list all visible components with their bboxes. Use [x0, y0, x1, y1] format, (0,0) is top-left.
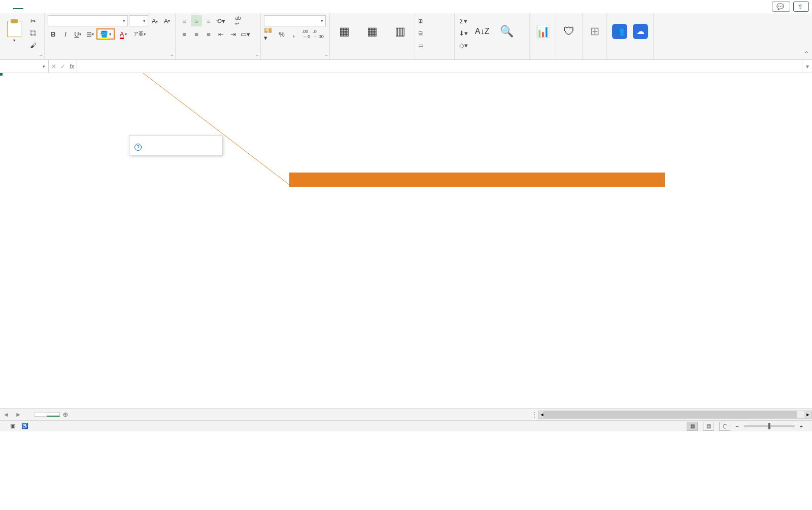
underline-button[interactable]: U▾ — [72, 28, 83, 40]
cut-button[interactable]: ✂ — [27, 15, 39, 26]
fill-icon: 🪣 — [100, 30, 108, 38]
align-left-button[interactable]: ≡ — [179, 28, 190, 40]
decrease-font-button[interactable]: A▾ — [161, 15, 173, 26]
number-format-combo[interactable]: ▾ — [264, 15, 326, 26]
formula-input[interactable] — [77, 60, 802, 73]
worksheet-grid[interactable]: ? — [0, 73, 812, 408]
decrease-indent-button[interactable]: ⇤ — [215, 28, 226, 40]
format-painter-button[interactable]: 🖌 — [27, 40, 39, 51]
percent-button[interactable]: % — [276, 28, 287, 40]
font-color-button[interactable]: A▾ — [116, 28, 131, 40]
scroll-right-button[interactable]: ► — [804, 411, 811, 418]
increase-decimal-button[interactable]: .00→.0 — [300, 28, 312, 40]
enter-formula-button[interactable]: ✓ — [60, 63, 65, 70]
box-share-button[interactable]: 👥 — [610, 15, 629, 49]
find-select-button[interactable]: 🔍 — [495, 15, 518, 49]
fill-button[interactable]: ⬇▾ — [458, 27, 469, 39]
align-center-button[interactable]: ≡ — [191, 28, 202, 40]
decrease-decimal-button[interactable]: .0→.00 — [313, 28, 324, 40]
comma-button[interactable]: , — [288, 28, 299, 40]
increase-indent-button[interactable]: ⇥ — [227, 28, 239, 40]
group-analysis-label — [533, 57, 553, 58]
orientation-button[interactable]: ⟲▾ — [215, 15, 226, 26]
tooltip-more-info-link[interactable]: ? — [134, 144, 217, 151]
fill-color-button[interactable]: 🪣▾ — [96, 28, 115, 40]
format-icon: ▭ — [418, 42, 423, 49]
font-size-combo[interactable]: ▾ — [129, 15, 148, 26]
tab-nav-prev[interactable]: ◄ — [0, 411, 12, 418]
sort-icon: A↓Z — [474, 23, 490, 40]
normal-view-button[interactable]: ▦ — [687, 422, 698, 431]
conditional-format-button[interactable]: ▦ — [333, 15, 355, 49]
expand-formula-bar-button[interactable]: ▾ — [802, 60, 812, 73]
format-cells-button[interactable]: ▭ — [418, 40, 424, 51]
zoom-out-button[interactable]: − — [735, 423, 738, 429]
sheet-tab-2[interactable] — [47, 412, 60, 417]
share-icon: ⇪ — [798, 3, 803, 10]
autosum-button[interactable]: Σ▾ — [458, 15, 469, 26]
group-font-label — [48, 57, 172, 58]
share-button[interactable]: ⇪ — [793, 2, 809, 12]
bold-button[interactable]: B — [48, 28, 59, 40]
cell-styles-button[interactable]: ▥ — [389, 15, 411, 49]
menu-data[interactable] — [54, 5, 64, 9]
sort-filter-button[interactable]: A↓Z — [471, 15, 493, 49]
align-right-button[interactable]: ≡ — [203, 28, 214, 40]
scroll-thumb[interactable] — [544, 411, 797, 418]
selection-rectangle — [0, 73, 2, 75]
group-cells-label — [418, 57, 451, 58]
format-as-table-button[interactable]: ▦ — [357, 15, 387, 49]
delete-cells-button[interactable]: ⊟ — [418, 27, 424, 39]
merge-button[interactable]: ▭▾ — [240, 28, 251, 40]
align-bottom-button[interactable]: ≡ — [203, 15, 214, 26]
border-button[interactable]: ⊞▾ — [84, 28, 95, 40]
font-name-combo[interactable]: ▾ — [48, 15, 128, 26]
menu-formulas[interactable] — [44, 5, 54, 9]
fx-button[interactable]: fx — [70, 63, 74, 70]
menu-bar: 💬 ⇪ — [0, 0, 812, 13]
collapse-ribbon-button[interactable]: ⌃ — [804, 50, 809, 57]
group-number-label — [264, 57, 326, 58]
page-break-view-button[interactable]: ▢ — [719, 422, 730, 431]
sheet-tab-1[interactable] — [34, 413, 47, 417]
analyze-data-button[interactable]: 📊 — [533, 15, 552, 49]
insert-cells-button[interactable]: ⊞ — [418, 15, 424, 26]
comments-button[interactable]: 💬 — [772, 2, 790, 12]
search-icon: 🔍 — [498, 23, 515, 40]
menu-insert[interactable] — [23, 5, 33, 9]
menu-justpdf[interactable] — [105, 5, 115, 9]
macro-record-icon[interactable]: ▣ — [10, 423, 15, 429]
addins-button[interactable]: ⊞ — [586, 15, 603, 49]
new-sheet-button[interactable]: ⊕ — [60, 411, 71, 418]
page-layout-view-button[interactable]: ▤ — [703, 422, 714, 431]
accessibility-status[interactable]: ♿ — [21, 423, 28, 429]
zoom-slider[interactable] — [744, 425, 795, 427]
menu-help[interactable] — [94, 5, 105, 9]
menu-home[interactable] — [13, 4, 23, 9]
menu-page-layout[interactable] — [33, 5, 44, 9]
insert-icon: ⊞ — [418, 18, 423, 24]
horizontal-scrollbar[interactable]: ◄ ► — [538, 411, 812, 419]
paste-button[interactable]: ▾ — [3, 15, 25, 49]
menu-file[interactable] — [3, 5, 13, 9]
clear-button[interactable]: ◇▾ — [458, 40, 469, 51]
italic-button[interactable]: I — [60, 28, 71, 40]
sensitivity-button[interactable]: 🛡 — [559, 15, 579, 49]
cancel-formula-button[interactable]: ✕ — [51, 63, 56, 70]
menu-review[interactable] — [64, 5, 74, 9]
phonetic-button[interactable]: ア亜▾ — [132, 28, 147, 40]
fill-handle[interactable] — [0, 73, 3, 76]
name-box[interactable]: ▾ — [0, 60, 49, 73]
align-middle-button[interactable]: ≡ — [191, 15, 202, 26]
zoom-in-button[interactable]: + — [800, 423, 803, 429]
copy-button[interactable]: ⿻ — [27, 27, 39, 39]
increase-font-button[interactable]: A▴ — [149, 15, 160, 26]
wrap-text-button[interactable]: ab↩ — [232, 15, 244, 26]
menu-automate[interactable] — [84, 5, 94, 9]
align-top-button[interactable]: ≡ — [179, 15, 190, 26]
currency-button[interactable]: 💴▾ — [264, 28, 275, 40]
box-upload-button[interactable]: ☁ — [631, 15, 651, 49]
tab-nav-next[interactable]: ► — [12, 411, 24, 418]
ribbon: ▾ ✂ ⿻ 🖌 ▾ ▾ A▴ A▾ B I U▾ ⊞▾ 🪣▾ — [0, 13, 812, 60]
menu-view[interactable] — [74, 5, 84, 9]
